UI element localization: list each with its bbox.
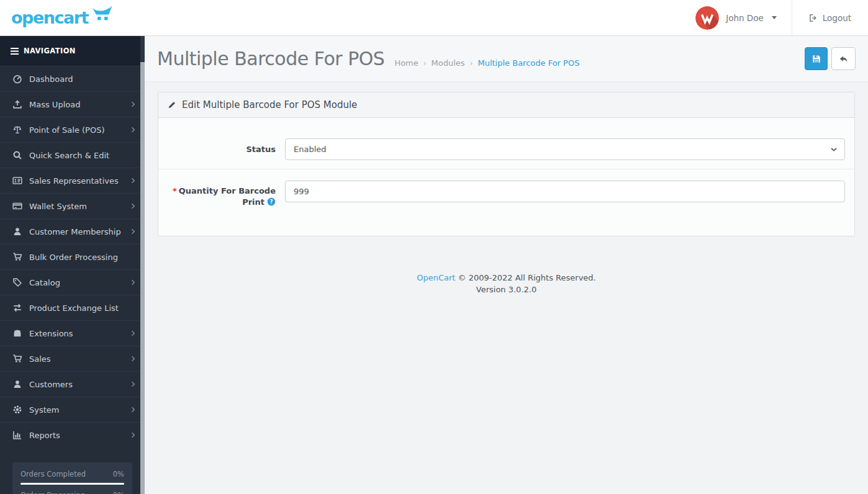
sidebar-item-sales-representatives[interactable]: Sales Representatives	[0, 168, 145, 193]
sidebar-item-quick-search-edit[interactable]: Quick Search & Edit	[0, 142, 145, 168]
sidebar-item-dashboard[interactable]: Dashboard	[0, 66, 145, 91]
sign-out-icon	[809, 14, 818, 22]
sidebar-item-label: Customer Membership	[29, 227, 121, 236]
quantity-input[interactable]	[285, 181, 845, 202]
header-actions	[805, 47, 856, 70]
sidebar-item-label: System	[29, 405, 59, 415]
page-header: Multiple Barcode For POS Home › Modules …	[145, 36, 868, 82]
copyright-text: © 2009-2022 All Rights Reserved.	[458, 273, 596, 282]
stat-value: 0%	[113, 491, 124, 494]
gear-icon	[12, 405, 22, 415]
stat-label: Orders Processing	[20, 491, 85, 494]
floppy-save-icon	[811, 54, 821, 64]
breadcrumb: Home › Modules › Multiple Barcode For PO…	[394, 58, 579, 68]
sidebar-item-label: Wallet System	[29, 202, 87, 211]
chevron-right-icon	[131, 228, 135, 235]
breadcrumb-modules[interactable]: Modules	[432, 58, 465, 68]
sidebar-item-label: Catalog	[29, 278, 60, 287]
quantity-label-text: Quantity For Barcode Print	[179, 186, 276, 207]
help-question-circle-icon[interactable]: ?	[267, 197, 276, 206]
sidebar-item-customers[interactable]: Customers	[0, 371, 145, 397]
sidebar-item-customer-membership[interactable]: Customer Membership	[0, 218, 145, 244]
opencart-logo[interactable]: opencart	[0, 0, 145, 35]
user-menu[interactable]: John Doe	[680, 0, 792, 35]
chevron-right-icon	[131, 127, 135, 133]
tag-icon	[12, 277, 22, 287]
page-body: Edit Multiple Barcode For POS Module Sta…	[145, 82, 868, 295]
breadcrumb-separator: ›	[423, 59, 427, 68]
stat-label: Orders Completed	[20, 470, 86, 479]
chevron-right-icon	[131, 356, 135, 362]
sidebar-item-label: Bulk Order Processing	[29, 253, 118, 262]
footer: OpenCart © 2009-2022 All Rights Reserved…	[158, 272, 855, 295]
copyright-line: OpenCart © 2009-2022 All Rights Reserved…	[158, 272, 855, 284]
quantity-field	[285, 181, 845, 208]
panel-heading: Edit Multiple Barcode For POS Module	[158, 92, 854, 118]
back-button[interactable]	[831, 47, 856, 70]
puzzle-icon	[12, 328, 22, 338]
user-icon	[12, 379, 22, 389]
breadcrumb-home[interactable]: Home	[394, 58, 418, 68]
chevron-right-icon	[131, 101, 135, 107]
version-line: Version 3.0.2.0	[158, 284, 855, 295]
sidebar-item-label: Extensions	[29, 329, 73, 338]
stat-orders-completed: Orders Completed 0%	[20, 470, 124, 479]
balance-scale-icon	[12, 125, 22, 135]
sidebar-item-label: Point of Sale (POS)	[29, 125, 105, 135]
sidebar-item-system[interactable]: System	[0, 397, 145, 422]
avatar	[695, 6, 719, 30]
header-right-cluster: John Doe Logout	[680, 0, 868, 35]
sidebar-item-label: Sales	[29, 354, 51, 364]
chevron-right-icon	[131, 381, 135, 387]
id-card-icon	[12, 176, 22, 186]
status-field: Enabled	[285, 138, 845, 160]
sidebar-item-label: Customers	[29, 380, 73, 389]
status-label: Status	[168, 144, 276, 155]
sidebar-item-label: Dashboard	[29, 74, 73, 84]
sidebar-item-label: Sales Representatives	[29, 176, 119, 186]
opencart-cart-icon	[91, 6, 117, 24]
sidebar-item-catalog[interactable]: Catalog	[0, 269, 145, 295]
chevron-right-icon	[131, 432, 135, 438]
user-name: John Doe	[726, 13, 764, 23]
sidebar-scrollbar-thumb[interactable]	[140, 62, 145, 494]
sidebar-item-product-exchange-list[interactable]: Product Exchange List	[0, 295, 145, 320]
logout-label: Logout	[823, 13, 851, 23]
quantity-label: *Quantity For Barcode Print?	[168, 181, 276, 208]
caret-down-icon	[772, 16, 777, 19]
panel-body: Status Enabled *Quantity For Barcode Pri…	[158, 118, 854, 236]
sidebar: NAVIGATION Dashboard Mass Upload Point o…	[0, 36, 145, 494]
chevron-right-icon	[131, 330, 135, 336]
chevron-right-icon	[131, 203, 135, 209]
sidebar-stats-panel: Orders Completed 0% Orders Processing 0%	[12, 462, 132, 494]
sidebar-item-reports[interactable]: Reports	[0, 422, 145, 447]
search-icon	[12, 150, 22, 160]
credit-card-icon	[12, 201, 22, 211]
sidebar-item-mass-upload[interactable]: Mass Upload	[0, 91, 145, 117]
orders-completed-progress-bar	[20, 483, 124, 485]
breadcrumb-current[interactable]: Multiple Barcode For POS	[477, 58, 579, 68]
status-select[interactable]: Enabled	[285, 138, 845, 160]
sidebar-item-bulk-order-processing[interactable]: Bulk Order Processing	[0, 244, 145, 269]
save-button[interactable]	[805, 47, 828, 70]
upload-icon	[12, 99, 22, 109]
sidebar-item-label: Reports	[29, 431, 60, 440]
required-asterisk: *	[173, 186, 177, 195]
sidebar-item-sales[interactable]: Sales	[0, 346, 145, 371]
logout-button[interactable]: Logout	[792, 0, 868, 35]
sidebar-item-extensions[interactable]: Extensions	[0, 320, 145, 346]
quantity-form-group: *Quantity For Barcode Print?	[158, 169, 854, 236]
exchange-icon	[12, 303, 22, 313]
user-icon	[12, 227, 22, 236]
sidebar-item-wallet-system[interactable]: Wallet System	[0, 193, 145, 218]
dashboard-icon	[12, 74, 22, 84]
panel-heading-text: Edit Multiple Barcode For POS Module	[182, 99, 357, 110]
sidebar-navigation-header[interactable]: NAVIGATION	[0, 36, 145, 66]
sidebar-item-point-of-sale[interactable]: Point of Sale (POS)	[0, 117, 145, 142]
opencart-footer-link[interactable]: OpenCart	[417, 273, 455, 282]
sidebar-item-label: Product Exchange List	[29, 303, 119, 313]
bar-chart-icon	[12, 430, 22, 440]
opencart-logo-text: opencart	[11, 9, 88, 26]
main-content: Multiple Barcode For POS Home › Modules …	[145, 36, 868, 494]
hamburger-icon	[11, 48, 19, 55]
